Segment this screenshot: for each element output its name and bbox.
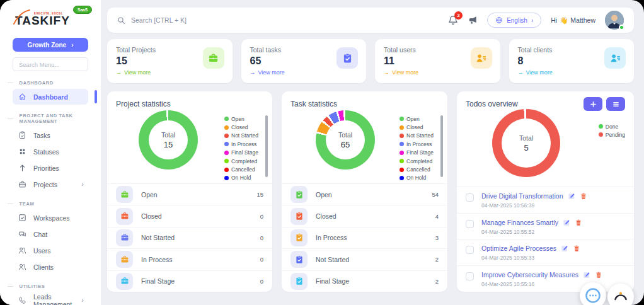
legend-item: Not Started — [224, 132, 258, 140]
view-more-link[interactable]: → View more — [384, 69, 492, 76]
sidebar-item[interactable]: Leads Management › — [13, 292, 88, 305]
sidebar-item[interactable]: Clients › — [13, 259, 88, 275]
chart-legend: Open Closed Not Started In Process — [400, 115, 434, 182]
briefcase-solid-icon — [116, 229, 133, 246]
headset-icon — [612, 289, 629, 305]
sidebar-item[interactable]: Users › — [13, 243, 88, 258]
card-title: Task statistics — [290, 100, 337, 108]
legend-item: Completed — [224, 157, 258, 165]
view-more-link[interactable]: → View more — [116, 69, 224, 76]
chat-icon — [18, 230, 26, 238]
status-row: In Process 0 — [107, 248, 272, 270]
todo-checkbox[interactable] — [466, 246, 474, 254]
nav-section-label: UTILITIES — [8, 283, 101, 289]
wave-emoji: 👋 — [560, 16, 568, 25]
delete-icon[interactable] — [595, 271, 602, 279]
edit-icon[interactable] — [568, 192, 575, 200]
user-avatar[interactable] — [605, 11, 624, 30]
todos-list: Drive Digital Transformation 04-Mar-2025… — [457, 187, 634, 292]
stat-card: Total tasks 65 → View more — [241, 39, 367, 83]
edit-icon[interactable] — [583, 271, 590, 279]
notification-count-badge: 2 — [454, 11, 463, 20]
main-content: 2 English › Hi 👋 Matthew — [101, 0, 644, 305]
legend-item: Cancelled — [400, 165, 434, 173]
delete-icon[interactable] — [580, 192, 587, 200]
project-status-list: Open 15 Closed 0 Not Started 0 I — [107, 183, 272, 292]
briefcase-icon — [18, 180, 26, 188]
global-search-input[interactable] — [131, 16, 282, 24]
chat-widget-button[interactable] — [580, 282, 606, 305]
delete-icon[interactable] — [573, 245, 580, 252]
legend-scrollbar[interactable] — [265, 115, 268, 177]
sidebar-item[interactable]: Chat › — [13, 226, 88, 242]
todo-checkbox[interactable] — [466, 272, 474, 280]
legend-item: Closed — [400, 123, 434, 131]
growth-zone-button[interactable]: Growth Zone › — [13, 38, 88, 52]
megaphone-icon — [468, 15, 478, 25]
legend-item: Final Stage — [400, 149, 434, 157]
globe-icon — [495, 16, 503, 24]
arrow-right-icon: → — [518, 69, 524, 76]
users-icon — [18, 246, 26, 255]
legend-item: Completed — [400, 157, 434, 165]
todo-checkbox[interactable] — [466, 220, 474, 228]
todo-item: Improve Cybersecurity Measures 04-Mar-20… — [457, 265, 634, 292]
check-square-icon — [18, 214, 26, 222]
edit-icon[interactable] — [563, 219, 570, 226]
sidebar-item[interactable]: Workspaces › — [13, 210, 88, 226]
legend-item: Open — [224, 115, 258, 123]
plus-icon — [590, 101, 597, 108]
legend-item: Open — [400, 115, 434, 123]
arrow-right-icon: → — [250, 69, 256, 76]
chevron-right-icon: › — [81, 181, 84, 188]
sidebar-item[interactable]: Priorities › — [13, 160, 88, 176]
list-icon — [612, 101, 619, 108]
clipboard-solid-icon — [290, 208, 308, 225]
arrow-right-icon: → — [116, 69, 122, 76]
todo-checkbox[interactable] — [466, 193, 474, 202]
logo-tagline: EXECUTE, EXCEL — [34, 12, 63, 15]
logo-text: TASKIFY — [15, 14, 70, 28]
stat-card: Total users 11 → View more — [375, 39, 500, 83]
legend-scrollbar[interactable] — [440, 115, 443, 177]
online-status-dot — [619, 25, 624, 30]
announcements-button[interactable] — [468, 15, 478, 25]
donut-total: 65 — [341, 140, 350, 149]
sidebar-item[interactable]: Dashboard › — [13, 89, 88, 105]
todo-title: Drive Digital Transformation — [481, 192, 563, 200]
sidebar-item[interactable]: Projects › — [13, 176, 88, 192]
chevron-right-icon: › — [81, 297, 84, 304]
project-statistics-card: Project statistics Total 15 Open — [107, 91, 272, 292]
todo-title: Manage Finances Smartly — [481, 219, 558, 226]
person-badge-icon — [604, 47, 626, 69]
arrow-right-icon: → — [384, 69, 389, 76]
notifications-button[interactable]: 2 — [448, 15, 458, 25]
sidebar-item[interactable]: Tasks › — [13, 127, 88, 143]
view-more-link[interactable]: → View more — [518, 69, 626, 76]
edit-icon[interactable] — [561, 245, 568, 252]
chart-legend: Open Closed Not Started In Process — [224, 115, 258, 182]
card-title: Todos overview — [466, 100, 518, 108]
todo-item: Drive Digital Transformation 04-Mar-2025… — [457, 187, 634, 213]
person-badge-icon — [471, 47, 492, 69]
legend-item: Cancelled — [224, 165, 258, 173]
sidebar-item[interactable]: Statuses › — [13, 144, 88, 159]
status-row: Final Stage 0 — [107, 270, 272, 292]
clipboard-solid-icon — [290, 186, 308, 203]
delete-icon[interactable] — [575, 219, 582, 226]
legend-item: In Process — [224, 140, 258, 148]
todos-overview-card: Todos overview Total 5 — [457, 91, 634, 292]
todo-timestamp: 04-Mar-2025 10:55:52 — [481, 229, 582, 235]
chart-legend: Done Pending — [599, 122, 625, 139]
language-selector[interactable]: English › — [487, 13, 541, 28]
view-more-link[interactable]: → View more — [250, 69, 358, 76]
sidebar-search-input[interactable] — [13, 57, 88, 71]
status-row: In Process 3 — [282, 227, 447, 248]
donut-total: 5 — [524, 143, 528, 152]
logo-saas-badge: SaaS — [73, 6, 92, 14]
app-logo: TASKIFY EXECUTE, EXCEL SaaS — [15, 10, 86, 29]
topbar: 2 English › Hi 👋 Matthew — [107, 8, 634, 33]
support-widget-button[interactable] — [607, 284, 634, 305]
clipboard-solid-icon — [290, 273, 308, 290]
charts-row: Project statistics Total 15 Open — [107, 91, 634, 292]
